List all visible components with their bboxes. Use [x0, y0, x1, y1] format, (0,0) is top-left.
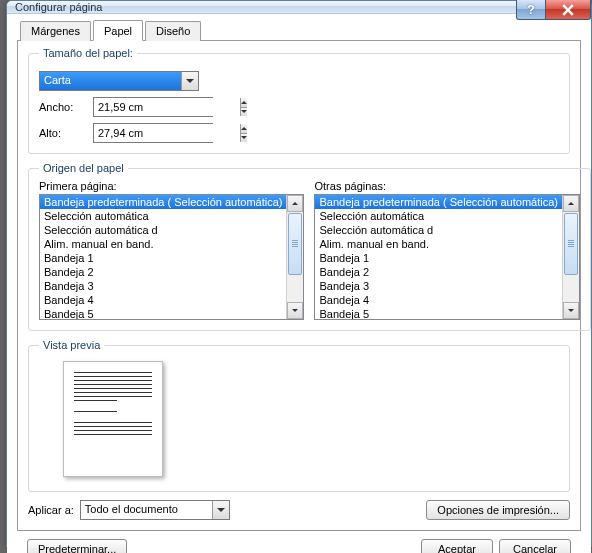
- print-options-button[interactable]: Opciones de impresión...: [426, 500, 570, 520]
- height-input[interactable]: [94, 124, 240, 142]
- list-item[interactable]: Bandeja predeterminada ( Selección autom…: [315, 195, 561, 209]
- paper-size-group: Tamaño del papel: Carta Ancho:: [28, 47, 570, 154]
- list-item[interactable]: Selección automática d: [315, 223, 561, 237]
- scrollbar[interactable]: [562, 195, 579, 319]
- tab-margins[interactable]: Márgenes: [20, 21, 91, 41]
- apply-to-label: Aplicar a:: [28, 504, 74, 516]
- list-item[interactable]: Selección automática d: [40, 223, 286, 237]
- default-button[interactable]: Predeterminar...: [27, 539, 127, 553]
- list-item[interactable]: Alim. manual en band.: [40, 237, 286, 251]
- tab-strip: Márgenes Papel Diseño: [20, 20, 581, 40]
- width-spinner[interactable]: [93, 97, 213, 117]
- scroll-thumb[interactable]: [564, 213, 578, 275]
- chevron-down-icon: [217, 508, 225, 512]
- scroll-thumb[interactable]: [288, 213, 302, 275]
- paper-size-dropdown-button[interactable]: [181, 72, 198, 90]
- chevron-up-icon: [292, 202, 298, 205]
- tab-panel-paper: Tamaño del papel: Carta Ancho:: [17, 40, 581, 531]
- chevron-down-icon: [186, 79, 194, 83]
- list-item[interactable]: Bandeja 3: [315, 279, 561, 293]
- paper-size-value: Carta: [40, 72, 181, 90]
- list-item[interactable]: Bandeja 1: [315, 251, 561, 265]
- height-label: Alto:: [39, 127, 87, 139]
- window-buttons: [517, 0, 591, 20]
- paper-size-legend: Tamaño del papel:: [39, 47, 137, 59]
- chevron-down-icon: [568, 309, 574, 312]
- width-up[interactable]: [241, 98, 247, 108]
- chevron-up-icon: [568, 202, 574, 205]
- paper-source-legend: Origen del papel: [39, 162, 128, 174]
- close-button[interactable]: [545, 0, 591, 20]
- paper-size-combo[interactable]: Carta: [39, 71, 199, 91]
- other-pages-listbox[interactable]: Bandeja predeterminada ( Selección autom…: [314, 194, 579, 320]
- preview-group: Vista previa: [28, 339, 570, 492]
- scroll-up[interactable]: [287, 195, 303, 212]
- scroll-down[interactable]: [287, 302, 303, 319]
- apply-to-value: Todo el documento: [81, 501, 212, 519]
- list-item[interactable]: Bandeja 4: [315, 293, 561, 307]
- width-down[interactable]: [241, 108, 247, 117]
- list-item[interactable]: Selección automática: [40, 209, 286, 223]
- list-item[interactable]: Bandeja 4: [40, 293, 286, 307]
- dialog-content: Márgenes Papel Diseño Tamaño del papel: …: [7, 14, 591, 553]
- preview-page: [63, 361, 163, 477]
- list-item[interactable]: Bandeja 5: [315, 307, 561, 319]
- apply-to-combo[interactable]: Todo el documento: [80, 500, 230, 520]
- first-page-listbox[interactable]: Bandeja predeterminada ( Selección autom…: [39, 194, 304, 320]
- scroll-up[interactable]: [563, 195, 579, 212]
- tab-layout[interactable]: Diseño: [145, 21, 201, 41]
- window-title: Configurar página: [7, 1, 102, 13]
- height-spinner[interactable]: [93, 123, 213, 143]
- chevron-down-icon: [292, 309, 298, 312]
- list-item[interactable]: Bandeja 5: [40, 307, 286, 319]
- width-label: Ancho:: [39, 101, 87, 113]
- chevron-up-icon: [241, 101, 247, 104]
- list-item[interactable]: Selección automática: [315, 209, 561, 223]
- list-item[interactable]: Bandeja 2: [40, 265, 286, 279]
- width-input[interactable]: [94, 98, 240, 116]
- chevron-down-icon: [241, 136, 247, 139]
- first-page-label: Primera página:: [39, 180, 304, 192]
- height-down[interactable]: [241, 134, 247, 143]
- list-item[interactable]: Bandeja 2: [315, 265, 561, 279]
- apply-to-dropdown-button[interactable]: [212, 501, 229, 519]
- list-item[interactable]: Bandeja predeterminada ( Selección autom…: [40, 195, 286, 209]
- chevron-down-icon: [241, 110, 247, 113]
- height-up[interactable]: [241, 124, 247, 134]
- scroll-down[interactable]: [563, 302, 579, 319]
- paper-source-group: Origen del papel Primera página: Bandeja…: [28, 162, 591, 331]
- list-item[interactable]: Alim. manual en band.: [315, 237, 561, 251]
- close-icon: [562, 4, 574, 16]
- chevron-up-icon: [241, 127, 247, 130]
- page-setup-dialog: Configurar página Márgenes Papel Diseño …: [6, 0, 592, 549]
- list-item[interactable]: Bandeja 3: [40, 279, 286, 293]
- tab-paper[interactable]: Papel: [93, 20, 143, 41]
- list-item[interactable]: Bandeja 1: [40, 251, 286, 265]
- titlebar[interactable]: Configurar página: [7, 1, 591, 14]
- other-pages-label: Otras páginas:: [314, 180, 579, 192]
- preview-legend: Vista previa: [39, 339, 104, 351]
- cancel-button[interactable]: Cancelar: [499, 539, 571, 553]
- ok-button[interactable]: Aceptar: [421, 539, 493, 553]
- scrollbar[interactable]: [286, 195, 303, 319]
- help-button[interactable]: [516, 0, 546, 20]
